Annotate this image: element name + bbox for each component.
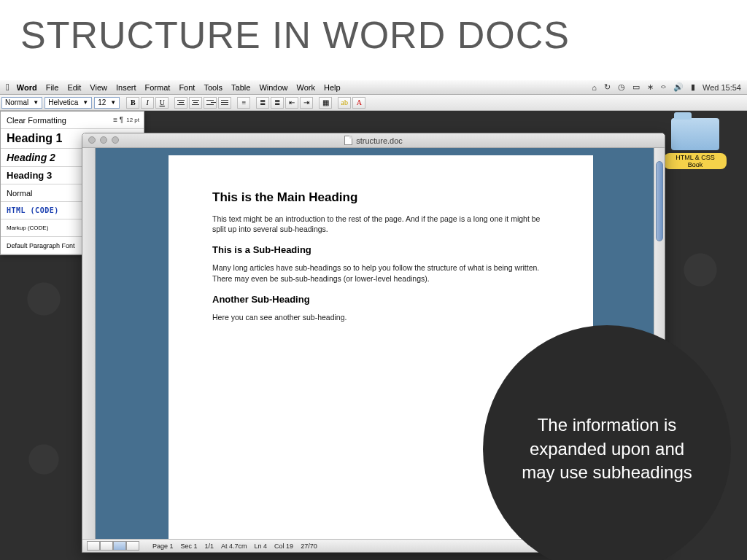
bluetooth-icon[interactable]: ∗ bbox=[647, 82, 654, 92]
paragraph-icon: ≡ ¶ bbox=[113, 116, 123, 124]
word-formatting-toolbar: Normal▼ Helvetica▼ 12▼ B I U ≡ ≣ ≣ ⇤ ⇥ ▦… bbox=[0, 95, 747, 111]
folder-label: HTML & CSS Book bbox=[664, 153, 727, 169]
zoom-button[interactable] bbox=[112, 136, 119, 144]
status-word-count: 27/70 bbox=[301, 542, 317, 550]
style-label: Clear Formatting bbox=[7, 116, 113, 125]
style-pt: 12 pt bbox=[126, 117, 139, 123]
status-section: Sec 1 bbox=[181, 542, 198, 550]
dropbox-icon[interactable]: ⌂ bbox=[592, 83, 597, 92]
doc-paragraph: Many long articles have sub-headings so … bbox=[212, 262, 549, 283]
menubar-table[interactable]: Table bbox=[231, 83, 250, 92]
style-select[interactable]: Normal▼ bbox=[1, 97, 42, 109]
status-at: At 4.7cm bbox=[221, 542, 247, 550]
folder-icon bbox=[671, 118, 719, 150]
borders-button[interactable]: ▦ bbox=[319, 97, 332, 109]
document-icon bbox=[344, 136, 352, 145]
doc-main-heading: This is the Main Heading bbox=[212, 190, 549, 205]
sync-icon[interactable]: ↻ bbox=[604, 82, 611, 92]
timemachine-icon[interactable]: ◷ bbox=[618, 82, 625, 92]
mac-desktop:  Word File Edit View Insert Format Font… bbox=[0, 80, 747, 560]
align-right-button[interactable] bbox=[204, 97, 217, 109]
status-page: Page 1 bbox=[152, 542, 174, 550]
menubar-window[interactable]: Window bbox=[259, 83, 287, 92]
apple-menu-icon[interactable]:  bbox=[6, 82, 9, 93]
outdent-button[interactable]: ⇤ bbox=[285, 97, 298, 109]
style-select-value: Normal bbox=[5, 98, 28, 106]
style-clear-formatting[interactable]: Clear Formatting ≡ ¶12 pt bbox=[1, 112, 144, 129]
desktop-folder[interactable]: HTML & CSS Book bbox=[664, 118, 727, 170]
clock[interactable]: Wed 15:54 bbox=[703, 83, 741, 92]
font-select-value: Helvetica bbox=[48, 98, 78, 106]
status-column: Col 19 bbox=[274, 542, 293, 550]
italic-button[interactable]: I bbox=[141, 97, 154, 109]
volume-icon[interactable]: 🔊 bbox=[673, 82, 684, 92]
menubar-insert[interactable]: Insert bbox=[116, 83, 136, 92]
menubar-help[interactable]: Help bbox=[324, 83, 341, 92]
window-titlebar[interactable]: structure.doc bbox=[82, 133, 665, 148]
display-icon[interactable]: ▭ bbox=[632, 82, 640, 92]
vertical-ruler[interactable] bbox=[82, 148, 96, 539]
menubar-tools[interactable]: Tools bbox=[204, 83, 222, 92]
window-title: structure.doc bbox=[356, 136, 403, 145]
menubar-file[interactable]: File bbox=[46, 83, 59, 92]
menubar-view[interactable]: View bbox=[90, 83, 107, 92]
view-notebook-button[interactable] bbox=[126, 541, 139, 551]
menubar-edit[interactable]: Edit bbox=[67, 83, 81, 92]
view-outline-button[interactable] bbox=[100, 541, 113, 551]
font-select[interactable]: Helvetica▼ bbox=[44, 97, 92, 109]
battery-icon[interactable]: ▮ bbox=[691, 82, 695, 92]
close-button[interactable] bbox=[88, 136, 96, 144]
callout-bubble: The information is expanded upon and may… bbox=[483, 325, 731, 560]
menubar-app[interactable]: Word bbox=[17, 83, 37, 92]
align-justify-button[interactable] bbox=[218, 97, 231, 109]
status-line: Ln 4 bbox=[255, 542, 268, 550]
menubar-font[interactable]: Font bbox=[179, 83, 195, 92]
mac-menubar:  Word File Edit View Insert Format Font… bbox=[0, 80, 747, 95]
numbered-list-button[interactable]: ≣ bbox=[256, 97, 269, 109]
menubar-work[interactable]: Work bbox=[297, 83, 315, 92]
doc-sub-heading: This is a Sub-Heading bbox=[212, 244, 549, 255]
size-select[interactable]: 12▼ bbox=[94, 97, 120, 109]
view-page-layout-button[interactable] bbox=[113, 541, 126, 551]
status-page-count: 1/1 bbox=[205, 542, 214, 550]
font-color-button[interactable]: A bbox=[352, 97, 365, 109]
view-normal-button[interactable] bbox=[87, 541, 100, 551]
slide-title: STRUCTURE IN WORD DOCS bbox=[0, 0, 747, 64]
menubar-format[interactable]: Format bbox=[145, 83, 171, 92]
minimize-button[interactable] bbox=[100, 136, 107, 144]
align-center-button[interactable] bbox=[189, 97, 202, 109]
highlight-button[interactable]: ab bbox=[338, 97, 351, 109]
doc-sub-heading: Another Sub-Heading bbox=[212, 294, 549, 305]
line-spacing-button[interactable]: ≡ bbox=[237, 97, 250, 109]
callout-text: The information is expanded upon and may… bbox=[512, 413, 702, 484]
bullet-list-button[interactable]: ≣ bbox=[271, 97, 284, 109]
underline-button[interactable]: U bbox=[155, 97, 169, 109]
wifi-icon[interactable]: ⌔ bbox=[661, 83, 666, 92]
size-select-value: 12 bbox=[98, 98, 106, 106]
doc-paragraph: Here you can see another sub-heading. bbox=[212, 312, 549, 322]
scroll-thumb[interactable] bbox=[656, 161, 663, 241]
align-left-button[interactable] bbox=[174, 97, 187, 109]
doc-paragraph: This text might be an introduction to th… bbox=[212, 214, 549, 234]
bold-button[interactable]: B bbox=[126, 97, 139, 109]
indent-button[interactable]: ⇥ bbox=[300, 97, 313, 109]
